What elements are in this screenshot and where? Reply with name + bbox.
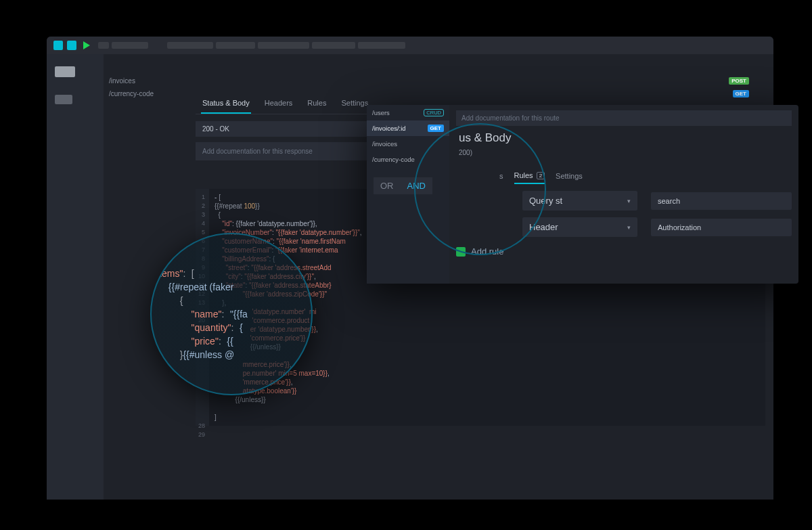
overlay-route-item[interactable]: /usersCRUD [367, 105, 449, 120]
overlay-route-item[interactable]: /invoices [367, 136, 449, 152]
rule-row: Header▾Authorization [522, 217, 792, 237]
overlay-tab-bar: sRules 2Settings [499, 171, 792, 184]
titlebar-tab[interactable] [216, 42, 255, 49]
chevron-down-icon: ▾ [627, 198, 631, 204]
overlay-content: Add documentation for this route us & Bo… [449, 105, 798, 284]
overlay-tab[interactable]: s [499, 172, 503, 183]
tab-rules[interactable]: Rules [306, 95, 328, 114]
tab-status-body[interactable]: Status & Body [201, 95, 251, 114]
sidebar-item-2[interactable] [55, 95, 72, 104]
titlebar-tab[interactable] [358, 42, 405, 49]
rules-container: Query st▾searchHeader▾Authorization [522, 191, 792, 237]
rule-value-input[interactable]: Authorization [651, 219, 792, 236]
left-sidebar [47, 54, 104, 500]
overlay-doc-input[interactable]: Add documentation for this route [456, 110, 792, 126]
tab-settings[interactable]: Settings [340, 95, 369, 114]
chevron-down-icon: ▾ [627, 224, 631, 231]
titlebar-tab[interactable] [312, 42, 355, 49]
routes-list: /invoicesPOST/currency-codeGET [104, 54, 773, 100]
titlebar-tab[interactable] [167, 42, 213, 49]
plus-icon [456, 247, 466, 257]
rules-overlay-window: /usersCRUD/invoices/:idGET/invoices/curr… [367, 105, 798, 284]
magnified-code: items": [ {{#repeat (faker { "name": "{{… [152, 267, 248, 361]
overlay-tab[interactable]: Rules 2 [514, 171, 545, 184]
titlebar-tabs [98, 42, 405, 49]
overlay-subtitle: 200) [459, 149, 792, 156]
rule-value-input[interactable]: search [651, 192, 792, 210]
logic-toggle: OR AND [374, 177, 432, 194]
titlebar-tab[interactable] [98, 42, 109, 49]
route-item[interactable]: /invoicesPOST [109, 74, 749, 87]
add-rule-label: Add rule [471, 246, 503, 257]
overlay-route-item[interactable]: /currency-code [367, 152, 449, 167]
code-magnifier: items": [ {{#repeat (faker { "name": "{{… [150, 233, 313, 395]
rule-target-select[interactable]: Header▾ [522, 217, 637, 237]
titlebar-tab[interactable] [112, 42, 148, 49]
overlay-tab[interactable]: Settings [556, 172, 583, 183]
titlebar-tab[interactable] [258, 42, 309, 49]
overlay-routes-list: /usersCRUD/invoices/:idGET/invoices/curr… [367, 105, 449, 284]
and-button[interactable]: AND [401, 177, 432, 194]
overlay-route-item[interactable]: /invoices/:idGET [367, 120, 449, 136]
rule-row: Query st▾search [522, 191, 792, 211]
play-icon[interactable] [83, 41, 90, 49]
sidebar-item-1[interactable] [55, 66, 75, 77]
env-button-2[interactable] [67, 41, 76, 50]
rule-target-select[interactable]: Query st▾ [522, 191, 637, 211]
or-button[interactable]: OR [374, 177, 401, 194]
tab-headers[interactable]: Headers [263, 95, 294, 114]
titlebar [47, 37, 773, 54]
env-button-1[interactable] [53, 41, 63, 50]
overlay-title: us & Body [459, 131, 792, 145]
add-rule-button[interactable]: Add rule [456, 246, 792, 257]
